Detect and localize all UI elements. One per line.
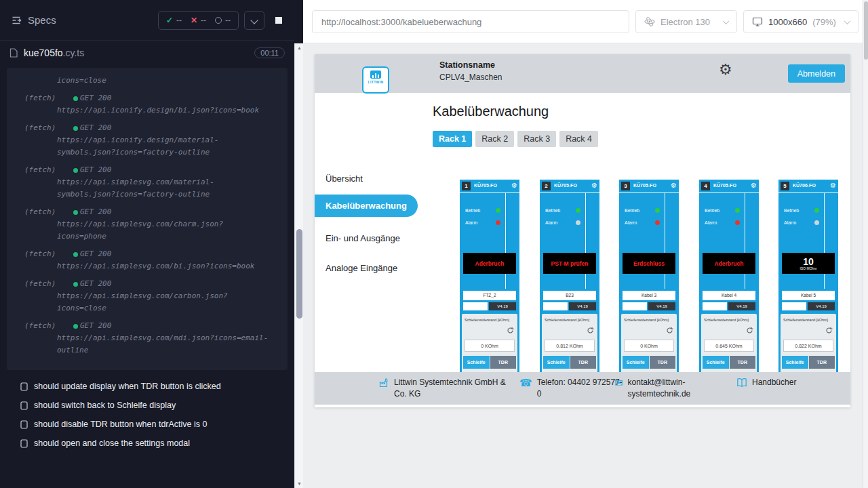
firmware-version: V4.19 bbox=[489, 302, 516, 310]
logout-button[interactable]: Abmelden bbox=[788, 64, 845, 83]
tab-rack-3[interactable]: Rack 3 bbox=[517, 131, 556, 147]
screen: Specs ✓ -- ✕ -- -- bbox=[0, 0, 868, 488]
firmware-version: V4.19 bbox=[648, 302, 675, 310]
test-item[interactable]: should disable TDR button when tdrActive… bbox=[20, 415, 294, 434]
schleife-button[interactable]: Schleife bbox=[782, 356, 808, 369]
stop-button[interactable] bbox=[270, 11, 288, 30]
sidebar-item-ein-und-ausgaenge[interactable]: Ein- und Ausgänge bbox=[315, 231, 418, 246]
chevron-down-icon bbox=[723, 18, 730, 24]
footer-email[interactable]: ✉ kontakt@littwin-systemtechnik.de bbox=[614, 377, 704, 400]
test-stats: ✓ -- ✕ -- -- bbox=[158, 11, 239, 30]
status-display: Aderbruch bbox=[463, 253, 516, 274]
log-entry[interactable]: (fetch)GET 200 https://api.iconify.desig… bbox=[16, 122, 278, 159]
betrieb-led bbox=[814, 208, 819, 213]
sidebar-item-kabelueberwachung[interactable]: Kabelüberwachung bbox=[315, 195, 418, 217]
collapse-button[interactable] bbox=[244, 11, 264, 30]
divider bbox=[585, 192, 586, 289]
card-gear-icon[interactable]: ⚙ bbox=[671, 181, 677, 190]
page-scrollbar[interactable] bbox=[863, 0, 868, 488]
divider bbox=[824, 192, 825, 289]
specs-button[interactable]: Specs bbox=[11, 14, 56, 26]
tdr-button[interactable]: TDR bbox=[809, 356, 835, 369]
log-entry[interactable]: (fetch)GET 200 https://api.simplesvg.com… bbox=[16, 320, 278, 357]
aut-frame: LITTWIN Stationsname CPLV4_Maschen ⚙ Abm… bbox=[315, 54, 850, 407]
device-card: 4 KÜ705-FO ⚙ Betrieb Alarm Aderbruch Kab… bbox=[699, 180, 759, 383]
refresh-icon[interactable] bbox=[587, 327, 594, 334]
fetch-command: (fetch) bbox=[24, 248, 73, 260]
refresh-icon[interactable] bbox=[507, 327, 514, 334]
fetch-command: (fetch) bbox=[24, 320, 73, 332]
schleife-button[interactable]: Schleife bbox=[623, 356, 649, 369]
test-item[interactable]: should open and close the settings modal bbox=[20, 434, 294, 453]
cypress-reporter: Specs ✓ -- ✕ -- -- bbox=[0, 0, 294, 488]
test-icon bbox=[20, 420, 28, 429]
test-item[interactable]: should update display when TDR button is… bbox=[20, 377, 294, 396]
reporter-scroll-track[interactable]: ▲ ▼ bbox=[294, 43, 303, 488]
url-input[interactable] bbox=[313, 11, 629, 33]
viewport-selector[interactable]: 1000x660 (79%) bbox=[743, 10, 859, 33]
page-scrollbar-thumb[interactable] bbox=[864, 1, 868, 60]
refresh-icon[interactable] bbox=[825, 327, 833, 334]
sidebar-item-uebersicht[interactable]: Übersicht bbox=[315, 171, 418, 186]
tdr-button[interactable]: TDR bbox=[730, 356, 756, 369]
browser-bar: Electron 130 1000x660 (79%) bbox=[303, 0, 863, 43]
card-gear-icon[interactable]: ⚙ bbox=[830, 181, 836, 190]
refresh-icon[interactable] bbox=[746, 327, 753, 334]
tdr-button[interactable]: TDR bbox=[650, 356, 676, 369]
led-alarm: Alarm bbox=[705, 220, 740, 225]
stop-icon bbox=[275, 17, 282, 24]
test-title: should disable TDR button when tdrActive… bbox=[34, 420, 207, 429]
measurement-label: Schleifenwiderstand [kOhm] bbox=[783, 318, 833, 322]
device-number-badge: 3 bbox=[621, 182, 630, 190]
passed-stat: ✓ -- bbox=[166, 16, 182, 25]
blank-field bbox=[703, 302, 727, 310]
log-entry[interactable]: (fetch)GET 200 https://api.simplesvg.com… bbox=[16, 206, 278, 243]
status-display: PST-M prüfen bbox=[543, 253, 596, 274]
browser-selector[interactable]: Electron 130 bbox=[635, 10, 737, 33]
scrollbar-thumb[interactable] bbox=[296, 229, 302, 319]
failed-stat: ✕ -- bbox=[191, 16, 206, 25]
device-number-badge: 2 bbox=[542, 182, 551, 190]
tab-rack-2[interactable]: Rack 2 bbox=[475, 131, 514, 147]
firmware-version: V4.19 bbox=[728, 302, 755, 310]
request-status: GET 200 bbox=[80, 278, 111, 290]
tdr-button[interactable]: TDR bbox=[490, 356, 517, 369]
schleife-button[interactable]: Schleife bbox=[543, 356, 570, 369]
status-display: Erdschluss bbox=[623, 253, 675, 274]
log-entry[interactable]: (fetch)GET 200 https://api.iconify.desig… bbox=[16, 92, 278, 117]
card-gear-icon[interactable]: ⚙ bbox=[511, 181, 517, 190]
tdr-button[interactable]: TDR bbox=[570, 356, 597, 369]
spec-name[interactable]: kue705fo.cy.ts bbox=[24, 47, 84, 59]
refresh-icon[interactable] bbox=[666, 327, 673, 334]
app-footer: Littwin Systemtechnik GmbH & Co. KG ☎ Te… bbox=[315, 372, 850, 405]
status-display: 10ISO MOhm bbox=[782, 253, 835, 274]
test-item[interactable]: should switch back to Schleife display bbox=[20, 396, 294, 415]
log-entry[interactable]: (fetch)GET 200 https://api.simplesvg.com… bbox=[16, 248, 278, 272]
tab-rack-4[interactable]: Rack 4 bbox=[559, 131, 598, 147]
tab-rack-1[interactable]: Rack 1 bbox=[433, 131, 472, 147]
measurement-label: Schleifenwiderstand [kOhm] bbox=[465, 318, 515, 322]
device-model: KÜ705-FO bbox=[474, 183, 497, 188]
spec-file-bar: kue705fo.cy.ts 00:11 bbox=[0, 41, 294, 65]
measurement-value: 0 KOhm bbox=[465, 340, 515, 352]
measurement-value: 0.645 KOhm bbox=[704, 340, 754, 352]
schleife-button[interactable]: Schleife bbox=[463, 356, 490, 369]
status-dot bbox=[73, 168, 78, 173]
log-entry[interactable]: (fetch)GET 200 https://api.simplesvg.com… bbox=[16, 164, 278, 201]
card-gear-icon[interactable]: ⚙ bbox=[591, 181, 597, 190]
station-name: CPLV4_Maschen bbox=[439, 73, 502, 82]
led-betrieb: Betrieb bbox=[705, 208, 740, 213]
schleife-button[interactable]: Schleife bbox=[703, 356, 729, 369]
phone-icon: ☎ bbox=[519, 378, 532, 400]
chevron-down-icon bbox=[250, 16, 258, 24]
settings-gear-icon[interactable]: ⚙ bbox=[719, 62, 732, 77]
log-entry[interactable]: (fetch)GET 200 https://api.simplesvg.com… bbox=[16, 278, 278, 314]
card-gear-icon[interactable]: ⚙ bbox=[751, 181, 757, 190]
device-number-badge: 5 bbox=[781, 182, 789, 190]
cable-name: Kabel 4 bbox=[703, 291, 755, 300]
betrieb-led bbox=[496, 208, 500, 213]
sidebar-item-analoge-eingaenge[interactable]: Analoge Eingänge bbox=[315, 261, 418, 276]
fetch-command: (fetch) bbox=[24, 164, 73, 176]
footer-manuals[interactable]: Handbücher bbox=[736, 377, 796, 388]
request-status: GET 200 bbox=[80, 164, 111, 176]
